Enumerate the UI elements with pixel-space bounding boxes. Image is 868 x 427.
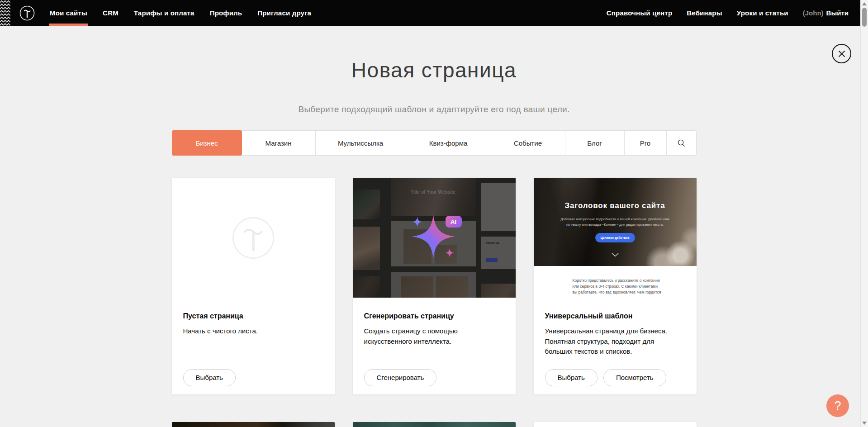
card-title: Сгенерировать страницу [364,312,504,320]
navbar-right-menu: Справочный центр Вебинары Уроки и статьи… [599,9,860,17]
search-icon [677,139,686,147]
tilda-logo-icon[interactable] [19,5,35,21]
logout-link[interactable]: Выйти [826,9,849,17]
left-edge-zigzag-pattern [0,0,10,26]
template-body: Коротко представьтесь и расскажите о ком… [534,266,697,298]
view-button[interactable]: Посмотреть [603,369,666,386]
user-name: (John) [803,9,824,17]
card-preview-partial [353,422,516,427]
tab-blog[interactable]: Блог [565,131,625,155]
page-subtitle: Выберите подходящий шаблон и адаптируйте… [0,104,868,114]
template-hero-button: Целевое действие [595,233,635,242]
scrollbar-up-icon[interactable] [862,2,867,5]
card-next-row[interactable] [172,422,335,427]
nav-item-profile[interactable]: Профиль [202,0,250,26]
template-category-tabs: Бизнес Магазин Мультиссылка Квиз-форма С… [172,130,697,156]
card-next-row[interactable] [353,422,516,427]
universal-template-preview: Заголовок вашего сайта Добавьте интересн… [534,178,697,298]
template-hero: Заголовок вашего сайта Добавьте интересн… [534,178,697,266]
card-ai-generate[interactable]: Title of Your Website About us [353,178,516,394]
navbar-menu: Мои сайты CRM Тарифы и оплата Профиль Пр… [42,0,319,26]
vertical-scrollbar[interactable] [860,0,868,427]
generate-button[interactable]: Сгенерировать [364,369,437,386]
help-button[interactable]: ? [826,394,849,417]
tab-pro[interactable]: Pro [625,131,667,155]
nav-item-crm[interactable]: CRM [95,0,126,26]
tab-event[interactable]: Событие [491,131,565,155]
new-page-dialog: Новая страница Выберите подходящий шабло… [0,0,868,427]
ai-sparkle-icon [353,178,516,298]
card-description: Создать страницу с помощью искусственног… [364,326,500,346]
template-cards-grid: Пустая страница Начать с чистого листа. … [172,178,697,427]
template-body-text: Коротко представьтесь и расскажите о ком… [573,278,661,298]
ai-badge: AI [446,216,462,228]
ai-collage-preview: Title of Your Website About us [353,178,516,298]
card-blank-page[interactable]: Пустая страница Начать с чистого листа. … [172,178,335,394]
tab-multilink[interactable]: Мультиссылка [316,131,406,155]
nav-item-my-sites[interactable]: Мои сайты [42,0,95,26]
select-button[interactable]: Выбрать [183,369,236,386]
card-universal-template[interactable]: Заголовок вашего сайта Добавьте интересн… [534,178,697,394]
card-title: Пустая страница [183,312,323,320]
card-title: Универсальный шаблон [545,312,685,320]
template-hero-title: Заголовок вашего сайта [534,201,697,210]
tab-shop[interactable]: Магазин [242,131,316,155]
tab-search[interactable] [667,131,696,155]
page-title: Новая страница [0,58,868,83]
nav-item-invite-friend[interactable]: Пригласи друга [250,0,319,26]
chevron-down-icon [612,253,619,257]
blank-page-preview [172,178,335,298]
close-button[interactable] [832,44,851,63]
nav-item-tariffs[interactable]: Тарифы и оплата [126,0,202,26]
tab-quiz-form[interactable]: Квиз-форма [406,131,491,155]
template-hero-subtitle: Добавьте интересные подробности о вашей … [559,217,672,228]
user-logout[interactable]: (John) Выйти [796,9,849,17]
scrollbar-down-icon[interactable] [862,422,867,425]
select-button[interactable]: Выбрать [545,369,598,386]
nav-item-help-center[interactable]: Справочный центр [599,9,680,17]
top-navbar: Мои сайты CRM Тарифы и оплата Профиль Пр… [0,0,860,26]
nav-item-webinars[interactable]: Вебинары [679,9,729,17]
card-preview-partial [172,422,335,427]
card-description: Начать с чистого листа. [183,326,319,337]
close-icon [837,49,846,58]
tab-business[interactable]: Бизнес [172,130,242,156]
card-preview-partial [534,422,697,427]
card-next-row[interactable] [534,422,697,427]
tilda-watermark-icon [232,216,275,260]
scrollbar-thumb[interactable] [862,8,867,27]
card-description: Универсальная страница для бизнеса. Поня… [545,326,681,357]
nav-item-lessons[interactable]: Уроки и статьи [730,9,796,17]
